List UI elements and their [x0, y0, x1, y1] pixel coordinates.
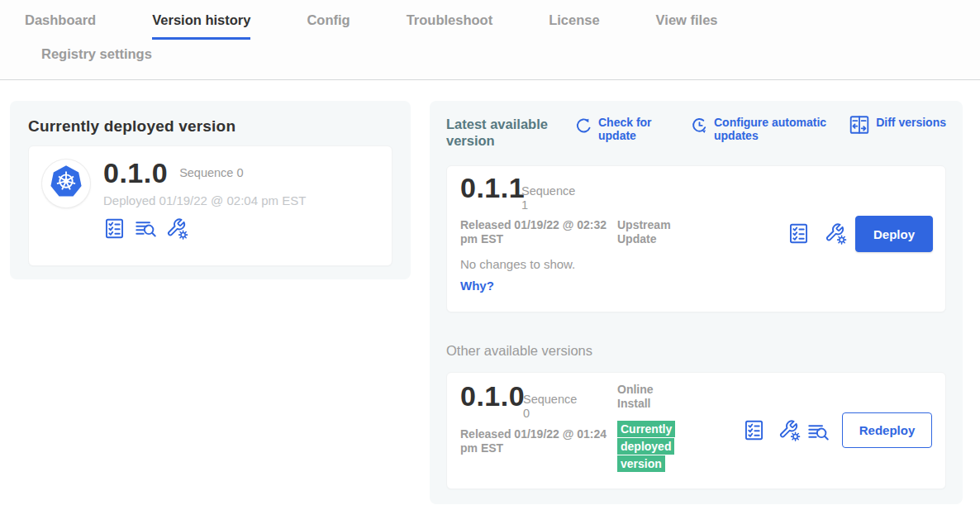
- tab-dashboard[interactable]: Dashboard: [25, 12, 96, 40]
- latest-source-label: Upstream Update: [617, 218, 696, 246]
- latest-available-header: Latest available version Check for updat…: [446, 116, 946, 149]
- check-for-update-link[interactable]: Check for update: [575, 116, 658, 142]
- deployed-version-details: 0.1.0 Sequence 0 Deployed 01/19/22 @ 02:…: [103, 158, 306, 240]
- latest-released-timestamp: Released 01/19/22 @ 02:32 pm EST: [460, 218, 611, 246]
- currently-deployed-title: Currently deployed version: [28, 117, 392, 136]
- tab-version-history[interactable]: Version history: [152, 12, 250, 40]
- diff-versions-label: Diff versions: [876, 116, 946, 129]
- latest-version-card: 0.1.1 Sequence 1 Released 01/19/22 @ 02:…: [446, 165, 946, 312]
- deploy-button[interactable]: Deploy: [855, 216, 933, 252]
- tab-registry-settings[interactable]: Registry settings: [41, 46, 152, 73]
- preflight-checklist-icon[interactable]: [743, 419, 765, 441]
- diff-versions-link[interactable]: Diff versions: [849, 116, 946, 136]
- header-links: Check for update Configure automatic upd…: [572, 116, 946, 142]
- why-link[interactable]: Why?: [460, 279, 494, 293]
- kubernetes-logo-icon: [45, 161, 87, 206]
- edit-config-icon[interactable]: [166, 217, 188, 240]
- check-for-update-label: Check for update: [598, 116, 658, 142]
- latest-available-title: Latest available version: [446, 116, 572, 149]
- tab-troubleshoot[interactable]: Troubleshoot: [407, 12, 493, 40]
- edit-config-icon[interactable]: [778, 419, 801, 441]
- other-source-label: Online Install: [617, 383, 667, 411]
- configure-automatic-updates-label: Configure automatic updates: [714, 116, 830, 142]
- deploy-logs-icon[interactable]: [135, 217, 157, 240]
- latest-sequence-label: Sequence 1: [521, 184, 581, 212]
- latest-version-number: 0.1.1: [460, 173, 525, 203]
- preflight-checklist-icon[interactable]: [787, 222, 810, 245]
- deployed-sequence-label: Sequence 0: [179, 166, 243, 180]
- scheduled-update-icon: [691, 117, 708, 134]
- deploy-logs-icon[interactable]: [807, 421, 830, 443]
- currently-deployed-badge: Currently deployed version: [617, 421, 682, 473]
- other-version-card: 0.1.0 Sequence 0 Online Install Released…: [446, 372, 946, 489]
- tab-config[interactable]: Config: [307, 12, 350, 40]
- nav-row-2: Registry settings: [0, 46, 980, 62]
- top-navigation: Dashboard Version history Config Trouble…: [0, 0, 980, 80]
- no-changes-text: No changes to show.: [460, 257, 575, 271]
- other-sequence-label: Sequence 0: [523, 393, 583, 421]
- nav-row-1: Dashboard Version history Config Trouble…: [0, 12, 980, 40]
- preflight-checklist-icon[interactable]: [103, 217, 126, 240]
- app-icon-badge: [42, 160, 90, 207]
- deployed-version-number: 0.1.0: [103, 158, 168, 188]
- redeploy-button[interactable]: Redeploy: [842, 412, 932, 448]
- tab-license[interactable]: License: [549, 12, 599, 40]
- latest-available-panel: Latest available version Check for updat…: [430, 101, 963, 504]
- deployed-version-card: 0.1.0 Sequence 0 Deployed 01/19/22 @ 02:…: [28, 145, 392, 266]
- currently-deployed-badge-text: Currently deployed version: [617, 421, 675, 472]
- deployed-timestamp: Deployed 01/19/22 @ 02:04 pm EST: [103, 193, 306, 207]
- other-released-timestamp: Released 01/19/22 @ 01:24 pm EST: [460, 427, 611, 455]
- main-content: Currently deployed version: [0, 80, 980, 528]
- other-versions-title: Other available versions: [446, 343, 946, 359]
- configure-automatic-updates-link[interactable]: Configure automatic updates: [691, 116, 830, 142]
- tab-view-files[interactable]: View files: [656, 12, 718, 40]
- diff-columns-icon: [849, 114, 870, 136]
- edit-config-icon[interactable]: [825, 222, 847, 245]
- other-version-number: 0.1.0: [460, 381, 525, 411]
- currently-deployed-panel: Currently deployed version: [10, 101, 411, 279]
- refresh-arrow-icon: [575, 117, 592, 134]
